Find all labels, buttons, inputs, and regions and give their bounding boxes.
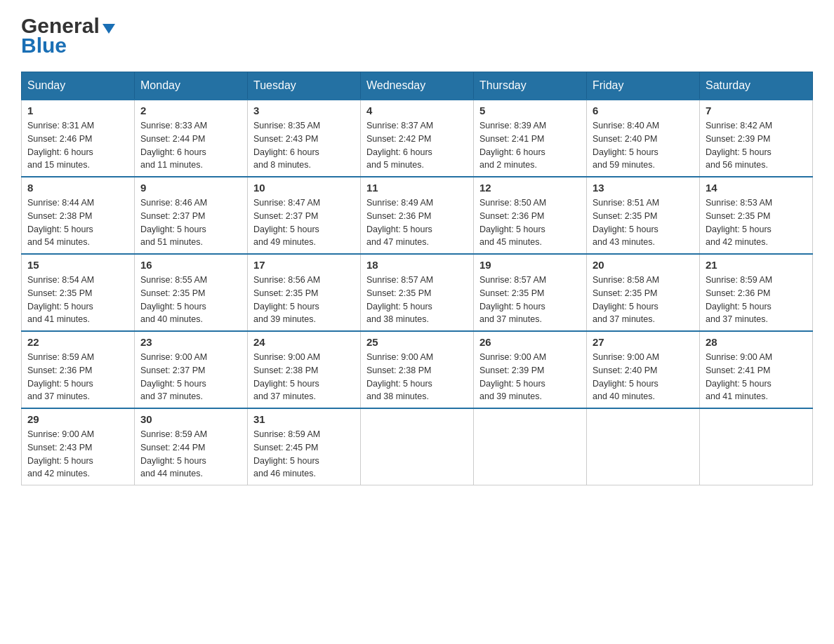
- day-number: 30: [140, 413, 241, 425]
- week-row-2: 8 Sunrise: 8:44 AMSunset: 2:38 PMDayligh…: [22, 177, 813, 254]
- calendar-cell: 19 Sunrise: 8:57 AMSunset: 2:35 PMDaylig…: [474, 254, 587, 331]
- day-number: 6: [593, 105, 694, 116]
- calendar-cell: 11 Sunrise: 8:49 AMSunset: 2:36 PMDaylig…: [361, 177, 474, 254]
- day-info: Sunrise: 8:59 AMSunset: 2:44 PMDaylight:…: [140, 428, 241, 481]
- day-info: Sunrise: 8:35 AMSunset: 2:43 PMDaylight:…: [253, 119, 355, 172]
- day-number: 19: [479, 259, 581, 271]
- day-info: Sunrise: 8:42 AMSunset: 2:39 PMDaylight:…: [706, 119, 807, 172]
- calendar-cell: 7 Sunrise: 8:42 AMSunset: 2:39 PMDayligh…: [700, 100, 813, 177]
- day-number: 13: [593, 182, 694, 194]
- header-saturday: Saturday: [700, 72, 813, 100]
- calendar-cell: 29 Sunrise: 9:00 AMSunset: 2:43 PMDaylig…: [22, 408, 135, 485]
- calendar-cell: 3 Sunrise: 8:35 AMSunset: 2:43 PMDayligh…: [248, 100, 361, 177]
- calendar-cell: 30 Sunrise: 8:59 AMSunset: 2:44 PMDaylig…: [135, 408, 248, 485]
- day-number: 1: [27, 105, 128, 116]
- header-tuesday: Tuesday: [248, 72, 361, 100]
- calendar-cell: [700, 408, 813, 485]
- day-info: Sunrise: 9:00 AMSunset: 2:38 PMDaylight:…: [366, 351, 468, 403]
- calendar-cell: 9 Sunrise: 8:46 AMSunset: 2:37 PMDayligh…: [135, 177, 248, 254]
- day-number: 22: [27, 336, 128, 348]
- day-info: Sunrise: 8:57 AMSunset: 2:35 PMDaylight:…: [479, 274, 581, 326]
- day-number: 21: [706, 259, 807, 271]
- day-info: Sunrise: 8:59 AMSunset: 2:36 PMDaylight:…: [706, 274, 807, 326]
- day-info: Sunrise: 9:00 AMSunset: 2:40 PMDaylight:…: [593, 351, 694, 403]
- calendar-cell: 21 Sunrise: 8:59 AMSunset: 2:36 PMDaylig…: [700, 254, 813, 331]
- day-info: Sunrise: 8:33 AMSunset: 2:44 PMDaylight:…: [140, 119, 241, 172]
- calendar-cell: 14 Sunrise: 8:53 AMSunset: 2:35 PMDaylig…: [700, 177, 813, 254]
- day-info: Sunrise: 8:47 AMSunset: 2:37 PMDaylight:…: [253, 196, 355, 249]
- calendar-cell: 22 Sunrise: 8:59 AMSunset: 2:36 PMDaylig…: [22, 331, 135, 408]
- day-info: Sunrise: 9:00 AMSunset: 2:43 PMDaylight:…: [27, 428, 128, 481]
- calendar-cell: 13 Sunrise: 8:51 AMSunset: 2:35 PMDaylig…: [587, 177, 700, 254]
- day-info: Sunrise: 8:57 AMSunset: 2:35 PMDaylight:…: [366, 274, 468, 326]
- calendar-cell: 2 Sunrise: 8:33 AMSunset: 2:44 PMDayligh…: [135, 100, 248, 177]
- calendar-cell: 15 Sunrise: 8:54 AMSunset: 2:35 PMDaylig…: [22, 254, 135, 331]
- calendar-cell: [361, 408, 474, 485]
- day-info: Sunrise: 9:00 AMSunset: 2:37 PMDaylight:…: [140, 351, 241, 403]
- day-info: Sunrise: 8:49 AMSunset: 2:36 PMDaylight:…: [366, 196, 468, 249]
- day-number: 16: [140, 259, 241, 271]
- header-wednesday: Wednesday: [361, 72, 474, 100]
- day-number: 28: [706, 336, 807, 348]
- day-number: 7: [706, 105, 807, 116]
- day-info: Sunrise: 8:58 AMSunset: 2:35 PMDaylight:…: [593, 274, 694, 326]
- day-info: Sunrise: 8:55 AMSunset: 2:35 PMDaylight:…: [140, 274, 241, 326]
- calendar-cell: 27 Sunrise: 9:00 AMSunset: 2:40 PMDaylig…: [587, 331, 700, 408]
- day-number: 10: [253, 182, 355, 194]
- calendar-cell: 23 Sunrise: 9:00 AMSunset: 2:37 PMDaylig…: [135, 331, 248, 408]
- day-number: 3: [253, 105, 355, 116]
- day-info: Sunrise: 9:00 AMSunset: 2:38 PMDaylight:…: [253, 351, 355, 403]
- day-info: Sunrise: 8:59 AMSunset: 2:45 PMDaylight:…: [253, 428, 355, 481]
- header-sunday: Sunday: [22, 72, 135, 100]
- day-number: 9: [140, 182, 241, 194]
- calendar-cell: 20 Sunrise: 8:58 AMSunset: 2:35 PMDaylig…: [587, 254, 700, 331]
- page-header: General Blue: [21, 14, 813, 58]
- day-number: 8: [27, 182, 128, 194]
- day-info: Sunrise: 8:56 AMSunset: 2:35 PMDaylight:…: [253, 274, 355, 326]
- calendar-cell: 12 Sunrise: 8:50 AMSunset: 2:36 PMDaylig…: [474, 177, 587, 254]
- day-number: 23: [140, 336, 241, 348]
- day-info: Sunrise: 8:50 AMSunset: 2:36 PMDaylight:…: [479, 196, 581, 249]
- day-number: 14: [706, 182, 807, 194]
- calendar-cell: 18 Sunrise: 8:57 AMSunset: 2:35 PMDaylig…: [361, 254, 474, 331]
- day-info: Sunrise: 8:53 AMSunset: 2:35 PMDaylight:…: [706, 196, 807, 249]
- logo-arrow-icon: [102, 24, 115, 34]
- day-number: 24: [253, 336, 355, 348]
- day-info: Sunrise: 8:59 AMSunset: 2:36 PMDaylight:…: [27, 351, 128, 403]
- logo-blue-label: Blue: [21, 34, 67, 58]
- day-number: 20: [593, 259, 694, 271]
- header-thursday: Thursday: [474, 72, 587, 100]
- header-monday: Monday: [135, 72, 248, 100]
- calendar-cell: 1 Sunrise: 8:31 AMSunset: 2:46 PMDayligh…: [22, 100, 135, 177]
- day-info: Sunrise: 8:51 AMSunset: 2:35 PMDaylight:…: [593, 196, 694, 249]
- day-number: 2: [140, 105, 241, 116]
- day-info: Sunrise: 8:39 AMSunset: 2:41 PMDaylight:…: [479, 119, 581, 172]
- day-info: Sunrise: 8:40 AMSunset: 2:40 PMDaylight:…: [593, 119, 694, 172]
- day-number: 31: [253, 413, 355, 425]
- day-number: 27: [593, 336, 694, 348]
- day-info: Sunrise: 8:31 AMSunset: 2:46 PMDaylight:…: [27, 119, 128, 172]
- day-number: 26: [479, 336, 581, 348]
- calendar-cell: 26 Sunrise: 9:00 AMSunset: 2:39 PMDaylig…: [474, 331, 587, 408]
- week-row-3: 15 Sunrise: 8:54 AMSunset: 2:35 PMDaylig…: [22, 254, 813, 331]
- day-number: 12: [479, 182, 581, 194]
- calendar-cell: 28 Sunrise: 9:00 AMSunset: 2:41 PMDaylig…: [700, 331, 813, 408]
- week-row-5: 29 Sunrise: 9:00 AMSunset: 2:43 PMDaylig…: [22, 408, 813, 485]
- calendar-cell: 16 Sunrise: 8:55 AMSunset: 2:35 PMDaylig…: [135, 254, 248, 331]
- calendar-cell: [474, 408, 587, 485]
- day-number: 18: [366, 259, 468, 271]
- day-number: 4: [366, 105, 468, 116]
- calendar-cell: [587, 408, 700, 485]
- day-info: Sunrise: 9:00 AMSunset: 2:39 PMDaylight:…: [479, 351, 581, 403]
- calendar-cell: 25 Sunrise: 9:00 AMSunset: 2:38 PMDaylig…: [361, 331, 474, 408]
- calendar-cell: 10 Sunrise: 8:47 AMSunset: 2:37 PMDaylig…: [248, 177, 361, 254]
- week-row-4: 22 Sunrise: 8:59 AMSunset: 2:36 PMDaylig…: [22, 331, 813, 408]
- calendar-cell: 17 Sunrise: 8:56 AMSunset: 2:35 PMDaylig…: [248, 254, 361, 331]
- calendar-cell: 4 Sunrise: 8:37 AMSunset: 2:42 PMDayligh…: [361, 100, 474, 177]
- day-number: 17: [253, 259, 355, 271]
- header-friday: Friday: [587, 72, 700, 100]
- day-info: Sunrise: 8:54 AMSunset: 2:35 PMDaylight:…: [27, 274, 128, 326]
- day-number: 15: [27, 259, 128, 271]
- calendar-cell: 5 Sunrise: 8:39 AMSunset: 2:41 PMDayligh…: [474, 100, 587, 177]
- calendar-cell: 24 Sunrise: 9:00 AMSunset: 2:38 PMDaylig…: [248, 331, 361, 408]
